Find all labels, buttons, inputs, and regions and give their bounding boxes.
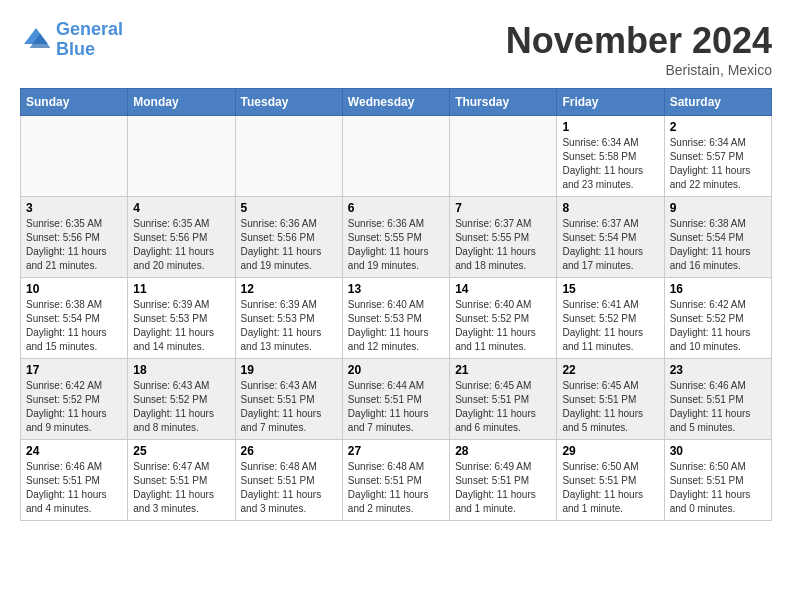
day-info: Sunrise: 6:34 AMSunset: 5:58 PMDaylight:…: [562, 136, 658, 192]
daylight-text: Daylight: 11 hours and 18 minutes.: [455, 245, 551, 273]
sunset-text: Sunset: 5:51 PM: [26, 474, 122, 488]
sunrise-text: Sunrise: 6:46 AM: [26, 460, 122, 474]
daylight-text: Daylight: 11 hours and 3 minutes.: [133, 488, 229, 516]
sunrise-text: Sunrise: 6:35 AM: [133, 217, 229, 231]
weekday-header: Monday: [128, 89, 235, 116]
sunset-text: Sunset: 5:51 PM: [455, 393, 551, 407]
sunrise-text: Sunrise: 6:45 AM: [455, 379, 551, 393]
sunrise-text: Sunrise: 6:49 AM: [455, 460, 551, 474]
calendar-cell: 28Sunrise: 6:49 AMSunset: 5:51 PMDayligh…: [450, 440, 557, 521]
day-info: Sunrise: 6:46 AMSunset: 5:51 PMDaylight:…: [670, 379, 766, 435]
day-info: Sunrise: 6:40 AMSunset: 5:53 PMDaylight:…: [348, 298, 444, 354]
daylight-text: Daylight: 11 hours and 1 minute.: [562, 488, 658, 516]
sunset-text: Sunset: 5:54 PM: [562, 231, 658, 245]
sunset-text: Sunset: 5:51 PM: [455, 474, 551, 488]
sunset-text: Sunset: 5:51 PM: [348, 474, 444, 488]
daylight-text: Daylight: 11 hours and 21 minutes.: [26, 245, 122, 273]
sunset-text: Sunset: 5:52 PM: [670, 312, 766, 326]
calendar-cell: 29Sunrise: 6:50 AMSunset: 5:51 PMDayligh…: [557, 440, 664, 521]
sunrise-text: Sunrise: 6:42 AM: [670, 298, 766, 312]
sunrise-text: Sunrise: 6:42 AM: [26, 379, 122, 393]
sunrise-text: Sunrise: 6:43 AM: [133, 379, 229, 393]
day-number: 18: [133, 363, 229, 377]
weekday-header: Sunday: [21, 89, 128, 116]
sunrise-text: Sunrise: 6:41 AM: [562, 298, 658, 312]
daylight-text: Daylight: 11 hours and 22 minutes.: [670, 164, 766, 192]
day-info: Sunrise: 6:40 AMSunset: 5:52 PMDaylight:…: [455, 298, 551, 354]
sunset-text: Sunset: 5:51 PM: [133, 474, 229, 488]
sunrise-text: Sunrise: 6:43 AM: [241, 379, 337, 393]
sunset-text: Sunset: 5:56 PM: [241, 231, 337, 245]
calendar-week-row: 3Sunrise: 6:35 AMSunset: 5:56 PMDaylight…: [21, 197, 772, 278]
calendar-cell: 26Sunrise: 6:48 AMSunset: 5:51 PMDayligh…: [235, 440, 342, 521]
day-info: Sunrise: 6:47 AMSunset: 5:51 PMDaylight:…: [133, 460, 229, 516]
day-number: 28: [455, 444, 551, 458]
day-info: Sunrise: 6:37 AMSunset: 5:55 PMDaylight:…: [455, 217, 551, 273]
day-info: Sunrise: 6:50 AMSunset: 5:51 PMDaylight:…: [562, 460, 658, 516]
day-info: Sunrise: 6:42 AMSunset: 5:52 PMDaylight:…: [26, 379, 122, 435]
day-number: 1: [562, 120, 658, 134]
month-title: November 2024: [506, 20, 772, 62]
sunrise-text: Sunrise: 6:35 AM: [26, 217, 122, 231]
day-info: Sunrise: 6:43 AMSunset: 5:51 PMDaylight:…: [241, 379, 337, 435]
day-number: 20: [348, 363, 444, 377]
daylight-text: Daylight: 11 hours and 20 minutes.: [133, 245, 229, 273]
sunrise-text: Sunrise: 6:45 AM: [562, 379, 658, 393]
calendar-cell: 11Sunrise: 6:39 AMSunset: 5:53 PMDayligh…: [128, 278, 235, 359]
sunset-text: Sunset: 5:51 PM: [241, 474, 337, 488]
sunset-text: Sunset: 5:52 PM: [562, 312, 658, 326]
sunset-text: Sunset: 5:55 PM: [348, 231, 444, 245]
calendar-cell: 21Sunrise: 6:45 AMSunset: 5:51 PMDayligh…: [450, 359, 557, 440]
calendar-cell: [235, 116, 342, 197]
weekday-header: Wednesday: [342, 89, 449, 116]
calendar-cell: 2Sunrise: 6:34 AMSunset: 5:57 PMDaylight…: [664, 116, 771, 197]
sunrise-text: Sunrise: 6:48 AM: [241, 460, 337, 474]
day-info: Sunrise: 6:50 AMSunset: 5:51 PMDaylight:…: [670, 460, 766, 516]
daylight-text: Daylight: 11 hours and 17 minutes.: [562, 245, 658, 273]
page-header: General Blue November 2024 Beristain, Me…: [20, 20, 772, 78]
daylight-text: Daylight: 11 hours and 5 minutes.: [670, 407, 766, 435]
day-number: 29: [562, 444, 658, 458]
sunrise-text: Sunrise: 6:46 AM: [670, 379, 766, 393]
calendar-week-row: 1Sunrise: 6:34 AMSunset: 5:58 PMDaylight…: [21, 116, 772, 197]
sunset-text: Sunset: 5:52 PM: [133, 393, 229, 407]
calendar-cell: 30Sunrise: 6:50 AMSunset: 5:51 PMDayligh…: [664, 440, 771, 521]
calendar-cell: 6Sunrise: 6:36 AMSunset: 5:55 PMDaylight…: [342, 197, 449, 278]
daylight-text: Daylight: 11 hours and 12 minutes.: [348, 326, 444, 354]
day-number: 3: [26, 201, 122, 215]
day-number: 4: [133, 201, 229, 215]
weekday-header: Thursday: [450, 89, 557, 116]
daylight-text: Daylight: 11 hours and 4 minutes.: [26, 488, 122, 516]
calendar-cell: 8Sunrise: 6:37 AMSunset: 5:54 PMDaylight…: [557, 197, 664, 278]
daylight-text: Daylight: 11 hours and 3 minutes.: [241, 488, 337, 516]
daylight-text: Daylight: 11 hours and 2 minutes.: [348, 488, 444, 516]
calendar-cell: 14Sunrise: 6:40 AMSunset: 5:52 PMDayligh…: [450, 278, 557, 359]
day-number: 5: [241, 201, 337, 215]
sunset-text: Sunset: 5:54 PM: [26, 312, 122, 326]
sunrise-text: Sunrise: 6:37 AM: [455, 217, 551, 231]
day-info: Sunrise: 6:37 AMSunset: 5:54 PMDaylight:…: [562, 217, 658, 273]
daylight-text: Daylight: 11 hours and 19 minutes.: [241, 245, 337, 273]
day-info: Sunrise: 6:42 AMSunset: 5:52 PMDaylight:…: [670, 298, 766, 354]
weekday-header-row: SundayMondayTuesdayWednesdayThursdayFrid…: [21, 89, 772, 116]
day-number: 26: [241, 444, 337, 458]
daylight-text: Daylight: 11 hours and 8 minutes.: [133, 407, 229, 435]
day-number: 8: [562, 201, 658, 215]
day-info: Sunrise: 6:38 AMSunset: 5:54 PMDaylight:…: [26, 298, 122, 354]
sunrise-text: Sunrise: 6:39 AM: [133, 298, 229, 312]
daylight-text: Daylight: 11 hours and 1 minute.: [455, 488, 551, 516]
day-number: 14: [455, 282, 551, 296]
calendar-week-row: 10Sunrise: 6:38 AMSunset: 5:54 PMDayligh…: [21, 278, 772, 359]
calendar-week-row: 24Sunrise: 6:46 AMSunset: 5:51 PMDayligh…: [21, 440, 772, 521]
daylight-text: Daylight: 11 hours and 14 minutes.: [133, 326, 229, 354]
day-number: 23: [670, 363, 766, 377]
title-section: November 2024 Beristain, Mexico: [506, 20, 772, 78]
calendar-cell: 16Sunrise: 6:42 AMSunset: 5:52 PMDayligh…: [664, 278, 771, 359]
calendar-cell: 13Sunrise: 6:40 AMSunset: 5:53 PMDayligh…: [342, 278, 449, 359]
calendar-week-row: 17Sunrise: 6:42 AMSunset: 5:52 PMDayligh…: [21, 359, 772, 440]
sunrise-text: Sunrise: 6:34 AM: [670, 136, 766, 150]
day-info: Sunrise: 6:36 AMSunset: 5:56 PMDaylight:…: [241, 217, 337, 273]
calendar-cell: 17Sunrise: 6:42 AMSunset: 5:52 PMDayligh…: [21, 359, 128, 440]
sunrise-text: Sunrise: 6:37 AM: [562, 217, 658, 231]
day-number: 15: [562, 282, 658, 296]
